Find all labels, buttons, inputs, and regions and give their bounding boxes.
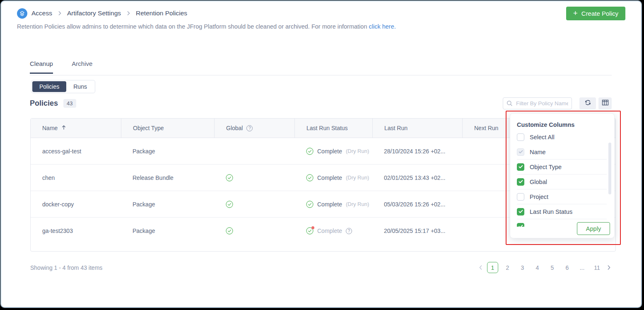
cell-last-run: 02/01/2025 13:43 +02... [372, 165, 462, 191]
cell-name: chen [31, 165, 121, 191]
checkbox-icon [517, 148, 524, 156]
cell-last-run-status: Complete? [294, 218, 372, 244]
status-complete-icon [306, 174, 314, 182]
columns-icon [602, 99, 609, 107]
column-header-last-run[interactable]: Last Run [372, 119, 462, 138]
checkbox-icon[interactable] [517, 178, 524, 186]
tab-cleanup[interactable]: Cleanup [30, 60, 53, 74]
breadcrumb: Access Artifactory Settings Retention Po… [17, 8, 187, 19]
checkbox-icon[interactable] [517, 163, 524, 171]
column-option-project[interactable]: Project [517, 189, 607, 204]
cell-last-run-status: Complete(Dry Run) [294, 191, 372, 217]
list-header: Policies 43 [30, 97, 612, 109]
column-options-list: NameObject TypeGlobalProjectLast Run Sta… [517, 145, 607, 227]
option-label: Global [530, 179, 547, 185]
pagination-summary: Showing 1 - 4 from 43 items [30, 264, 102, 271]
sort-asc-icon [61, 125, 66, 131]
app-window: Access Artifactory Settings Retention Po… [0, 0, 642, 308]
popup-scrollbar-thumb[interactable] [608, 143, 611, 194]
top-bar: Access Artifactory Settings Retention Po… [17, 6, 625, 21]
column-header-name[interactable]: Name [31, 119, 121, 138]
status-complete-icon [306, 148, 314, 155]
status-label: Complete [317, 201, 342, 208]
column-header-global[interactable]: Global? [214, 119, 294, 138]
prev-page-button[interactable] [478, 264, 483, 271]
refresh-icon [584, 99, 591, 107]
breadcrumb-item-artifactory-settings[interactable]: Artifactory Settings [67, 10, 121, 17]
status-label: Complete [317, 228, 342, 234]
cell-name: docker-copy [31, 191, 121, 217]
page-button-2[interactable]: 2 [502, 262, 513, 273]
cell-global [214, 191, 294, 217]
page-button-11[interactable]: 11 [591, 262, 603, 273]
status-alert-dot [311, 226, 314, 229]
cell-global [214, 218, 294, 244]
toggle-policies[interactable]: Policies [32, 81, 66, 92]
status-suffix: (Dry Run) [346, 174, 369, 181]
pagination: 123456...11 [478, 262, 612, 273]
global-check-icon [226, 227, 233, 235]
column-option-name: Name [517, 145, 607, 160]
help-icon[interactable]: ? [346, 228, 352, 234]
cell-last-run: 28/10/2024 15:26 +02... [372, 138, 462, 164]
page-ellipsis: ... [576, 262, 588, 273]
table-toolbar [503, 97, 612, 109]
tab-archive[interactable]: Archive [72, 60, 92, 73]
option-label: Object Type [530, 164, 562, 170]
status-label: Complete [317, 174, 342, 181]
refresh-button[interactable] [579, 97, 596, 109]
option-label: Name [530, 149, 546, 155]
page-button-3[interactable]: 3 [517, 262, 528, 273]
cell-global [214, 165, 294, 191]
checkbox-icon[interactable] [517, 208, 524, 216]
help-icon[interactable]: ? [246, 125, 253, 131]
cell-global [214, 138, 294, 164]
status-complete-icon [306, 227, 314, 235]
cell-last-run-status: Complete(Dry Run) [294, 165, 372, 191]
column-option-object-type[interactable]: Object Type [517, 160, 607, 174]
count-badge: 43 [63, 99, 76, 108]
next-page-button[interactable] [606, 264, 612, 271]
status-complete-icon [306, 201, 314, 208]
status-suffix: (Dry Run) [346, 148, 369, 154]
popup-title: Customize Columns [517, 121, 608, 128]
filter-input[interactable] [503, 97, 572, 109]
page-button-6[interactable]: 6 [562, 262, 573, 273]
cell-object-type: Release Bundle [121, 165, 214, 191]
toggle-runs[interactable]: Runs [66, 81, 94, 92]
search-icon [507, 100, 513, 108]
select-all-checkbox[interactable] [517, 133, 524, 141]
global-check-icon [226, 201, 233, 208]
cell-last-run: 05/03/2026 15:26 +02... [372, 191, 462, 217]
cell-object-type: Package [121, 218, 214, 244]
create-policy-button[interactable]: + Create Policy [566, 7, 625, 20]
option-label: Last Run Status [530, 208, 572, 215]
select-all-label: Select All [530, 134, 555, 140]
apply-button[interactable]: Apply [577, 222, 610, 235]
column-header-last-run-status[interactable]: Last Run Status [294, 119, 372, 138]
customize-columns-popup: Customize Columns Select All NameObject … [510, 113, 615, 238]
cell-object-type: Package [121, 191, 214, 217]
page-description: Retention Policies allow admins to deter… [17, 23, 396, 30]
plus-icon: + [573, 9, 578, 17]
column-option-global[interactable]: Global [517, 174, 607, 189]
column-header-object-type[interactable]: Object Type [121, 119, 214, 138]
select-all-option[interactable]: Select All [517, 133, 608, 141]
page-button-5[interactable]: 5 [547, 262, 558, 273]
checkbox-icon[interactable] [517, 223, 524, 227]
checkbox-icon[interactable] [517, 193, 524, 201]
breadcrumb-item-access[interactable]: Access [31, 10, 52, 17]
page-button-4[interactable]: 4 [532, 262, 543, 273]
cell-last-run-status: Complete(Dry Run) [294, 138, 372, 164]
status-suffix: (Dry Run) [346, 201, 369, 207]
column-option-last-run-status[interactable]: Last Run Status [517, 204, 607, 219]
chevron-right-icon [58, 11, 61, 16]
cell-last-run: 20/05/2025 15:17 +03... [372, 218, 462, 244]
page-button-1[interactable]: 1 [487, 262, 498, 273]
customize-columns-button[interactable] [598, 97, 612, 109]
cell-object-type: Package [121, 138, 214, 164]
option-label: Project [530, 194, 548, 200]
cell-name: ga-test2303 [31, 218, 121, 244]
click-here-link[interactable]: click here. [369, 23, 396, 30]
policies-runs-toggle: Policies Runs [31, 80, 95, 93]
